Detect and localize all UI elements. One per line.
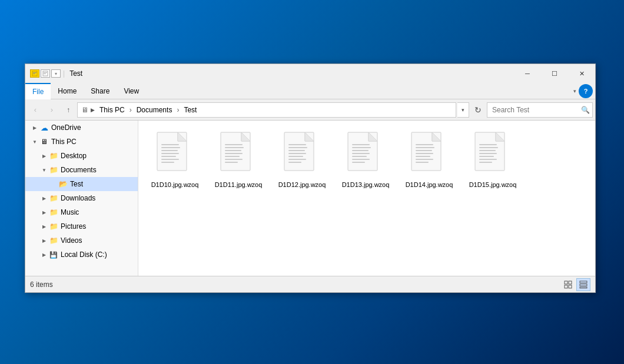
svg-rect-59: [416, 144, 433, 145]
sidebar-label-videos: Videos: [61, 236, 82, 245]
sidebar-item-localdisk[interactable]: ▶ 💾 Local Disk (C:): [25, 248, 138, 262]
svg-rect-78: [565, 281, 567, 284]
minimize-button[interactable]: ─: [514, 64, 541, 83]
svg-rect-40: [288, 159, 306, 160]
svg-rect-38: [288, 153, 306, 154]
quick-access-icon1: [30, 69, 39, 78]
path-thispc[interactable]: This PC: [97, 105, 127, 115]
svg-rect-65: [416, 162, 429, 163]
search-input[interactable]: [492, 106, 581, 114]
sidebar-item-videos[interactable]: ▶ 📁 Videos: [25, 233, 138, 248]
file-doc-icon: [281, 131, 323, 178]
svg-rect-41: [288, 162, 301, 163]
sidebar-label-downloads: Downloads: [61, 194, 95, 202]
file-item[interactable]: D1D11.jpg.wzoq: [209, 128, 268, 192]
file-name-label: D1D12.jpg.wzoq: [278, 181, 326, 189]
svg-rect-2: [33, 74, 35, 74]
svg-rect-4: [44, 72, 47, 73]
file-doc-icon: [154, 131, 195, 178]
status-count: 6 items: [30, 280, 561, 289]
svg-rect-50: [352, 153, 370, 154]
svg-rect-74: [479, 153, 497, 154]
svg-rect-72: [479, 147, 498, 148]
svg-rect-24: [225, 147, 244, 148]
svg-rect-11: [161, 144, 179, 145]
ribbon-bar: File Home Share View ▾ ?: [25, 83, 595, 99]
path-documents[interactable]: Documents: [134, 105, 175, 115]
svg-rect-37: [288, 150, 305, 151]
status-bar: 6 items: [25, 276, 595, 292]
svg-rect-83: [580, 284, 587, 286]
quick-access-icon3: ▾: [51, 69, 61, 78]
tab-share[interactable]: Share: [84, 83, 117, 99]
tab-file[interactable]: File: [25, 83, 51, 99]
sidebar-item-music[interactable]: ▶ 📁 Music: [25, 205, 138, 219]
file-item[interactable]: D1D15.jpg.wzoq: [463, 128, 522, 192]
svg-rect-25: [225, 150, 241, 151]
svg-rect-79: [569, 281, 572, 284]
sidebar-item-downloads[interactable]: ▶ 📁 Downloads: [25, 191, 138, 205]
svg-rect-75: [479, 156, 494, 157]
search-box[interactable]: 🔍: [487, 102, 593, 118]
title-bar: ▾ | Test ─ ☐ ✕: [25, 64, 595, 83]
path-computer-icon: 🖥: [81, 106, 88, 114]
path-test[interactable]: Test: [181, 105, 199, 115]
tab-home[interactable]: Home: [51, 83, 84, 99]
svg-rect-63: [416, 156, 430, 157]
svg-rect-12: [161, 147, 180, 148]
desktop-folder-icon: 📁: [49, 151, 58, 161]
file-doc-icon: [218, 131, 259, 178]
file-item[interactable]: D1D12.jpg.wzoq: [273, 128, 331, 192]
svg-rect-61: [416, 150, 432, 151]
sidebar-item-documents[interactable]: ▼ 📁 Documents: [25, 163, 138, 177]
path-sep2: ›: [177, 106, 179, 114]
refresh-button[interactable]: ↻: [470, 102, 486, 118]
sidebar-item-desktop[interactable]: ▶ 📁 Desktop: [25, 149, 138, 163]
svg-rect-51: [352, 156, 367, 157]
svg-rect-52: [352, 159, 370, 160]
tab-view[interactable]: View: [117, 83, 146, 99]
back-button[interactable]: ‹: [28, 102, 43, 118]
ribbon-collapse-btn[interactable]: ▾: [573, 88, 576, 94]
svg-rect-60: [416, 147, 434, 148]
file-name-label: D1D14.jpg.wzoq: [406, 181, 453, 189]
address-dropdown-btn[interactable]: ▾: [457, 102, 469, 118]
svg-rect-5: [44, 74, 46, 74]
search-icon[interactable]: 🔍: [581, 106, 590, 114]
svg-rect-39: [288, 156, 303, 157]
view-grid-btn[interactable]: [561, 278, 575, 291]
up-button[interactable]: ↑: [61, 102, 76, 118]
sidebar-item-thispc[interactable]: ▼ 🖥 This PC: [25, 135, 138, 149]
path-sep1: ›: [130, 106, 132, 114]
sidebar-label-localdisk: Local Disk (C:): [61, 251, 107, 259]
help-button[interactable]: ?: [579, 84, 593, 98]
expand-arrow-desktop: ▶: [39, 153, 49, 159]
expand-arrow-onedrive: ▶: [30, 125, 39, 131]
restore-button[interactable]: ☐: [541, 64, 568, 83]
close-button[interactable]: ✕: [568, 64, 595, 83]
sidebar-item-pictures[interactable]: ▶ 📁 Pictures: [25, 219, 138, 233]
test-folder-icon: 📂: [58, 179, 68, 189]
svg-rect-82: [580, 281, 587, 283]
forward-button[interactable]: ›: [44, 102, 59, 118]
svg-rect-17: [161, 162, 174, 163]
explorer-window: ▾ | Test ─ ☐ ✕ File Home Share View ▾ ? …: [25, 64, 596, 293]
sidebar-item-onedrive[interactable]: ▶ ☁ OneDrive: [25, 121, 138, 135]
svg-rect-15: [161, 156, 176, 157]
sidebar-label-onedrive: OneDrive: [51, 123, 81, 132]
address-path[interactable]: 🖥 ▶ This PC › Documents › Test: [77, 102, 456, 118]
view-largeicon-btn[interactable]: [576, 278, 590, 291]
expand-arrow-videos: ▶: [39, 238, 49, 243]
file-item[interactable]: D1D14.jpg.wzoq: [400, 128, 459, 192]
svg-rect-1: [33, 72, 36, 73]
file-item[interactable]: D1D13.jpg.wzoq: [336, 128, 395, 192]
sidebar-item-test[interactable]: ▶ 📂 Test: [25, 177, 138, 191]
expand-arrow-music: ▶: [39, 210, 49, 215]
svg-rect-47: [352, 144, 370, 145]
view-buttons: [561, 278, 590, 291]
svg-rect-81: [569, 285, 572, 288]
file-item[interactable]: D1D10.jpg.wzoq: [145, 128, 204, 192]
svg-rect-48: [352, 147, 371, 148]
svg-rect-64: [416, 159, 433, 160]
file-doc-icon: [409, 131, 450, 178]
